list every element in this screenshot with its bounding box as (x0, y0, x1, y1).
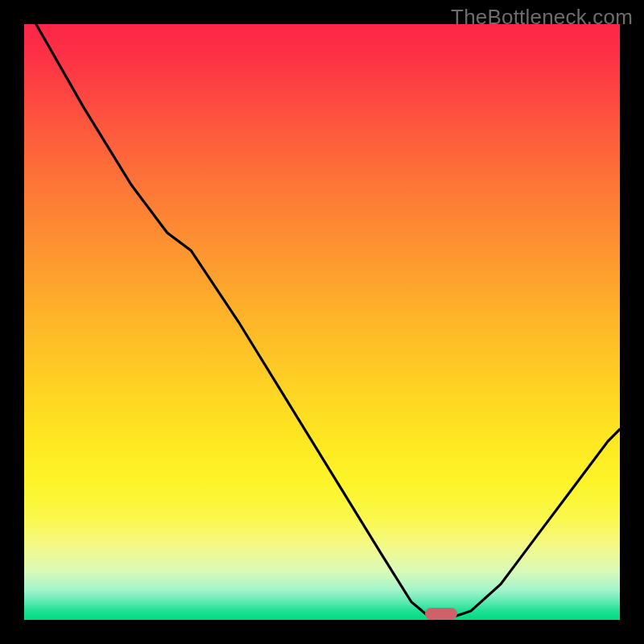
curve-line (24, 24, 620, 620)
watermark-text: TheBottleneck.com (451, 5, 633, 30)
plot-area (24, 24, 620, 620)
optimal-marker (425, 608, 457, 620)
